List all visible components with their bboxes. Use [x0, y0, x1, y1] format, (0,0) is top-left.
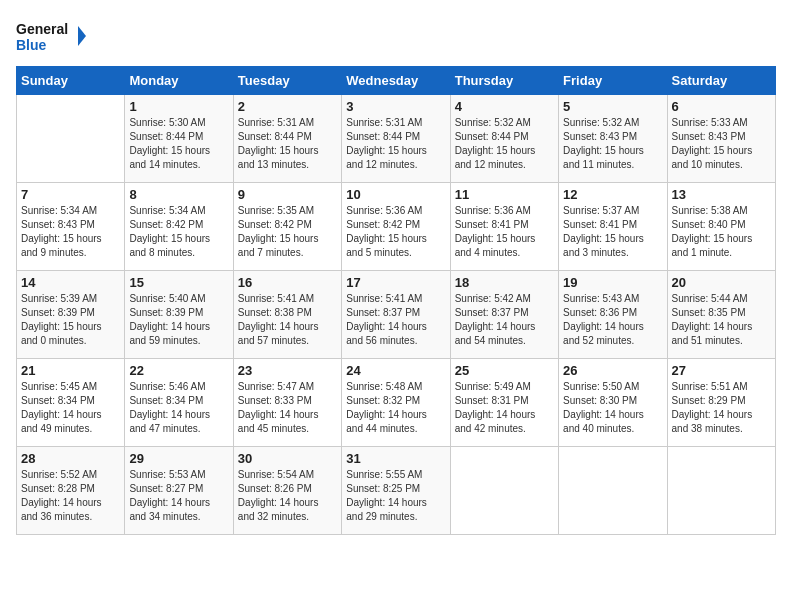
day-number: 2 [238, 99, 337, 114]
day-number: 4 [455, 99, 554, 114]
page-header: General Blue [16, 16, 776, 56]
day-number: 22 [129, 363, 228, 378]
calendar-cell: 7Sunrise: 5:34 AMSunset: 8:43 PMDaylight… [17, 183, 125, 271]
day-header-thursday: Thursday [450, 67, 558, 95]
calendar-cell [667, 447, 775, 535]
day-number: 8 [129, 187, 228, 202]
calendar-cell [450, 447, 558, 535]
calendar-cell: 29Sunrise: 5:53 AMSunset: 8:27 PMDayligh… [125, 447, 233, 535]
day-info: Sunrise: 5:45 AMSunset: 8:34 PMDaylight:… [21, 380, 120, 436]
calendar-cell: 23Sunrise: 5:47 AMSunset: 8:33 PMDayligh… [233, 359, 341, 447]
day-number: 1 [129, 99, 228, 114]
day-number: 24 [346, 363, 445, 378]
day-info: Sunrise: 5:47 AMSunset: 8:33 PMDaylight:… [238, 380, 337, 436]
calendar-week-row: 7Sunrise: 5:34 AMSunset: 8:43 PMDaylight… [17, 183, 776, 271]
day-header-tuesday: Tuesday [233, 67, 341, 95]
day-info: Sunrise: 5:41 AMSunset: 8:38 PMDaylight:… [238, 292, 337, 348]
day-number: 7 [21, 187, 120, 202]
day-number: 12 [563, 187, 662, 202]
svg-text:General: General [16, 21, 68, 37]
day-number: 28 [21, 451, 120, 466]
day-info: Sunrise: 5:49 AMSunset: 8:31 PMDaylight:… [455, 380, 554, 436]
calendar-cell: 10Sunrise: 5:36 AMSunset: 8:42 PMDayligh… [342, 183, 450, 271]
calendar-header-row: SundayMondayTuesdayWednesdayThursdayFrid… [17, 67, 776, 95]
day-number: 25 [455, 363, 554, 378]
calendar-week-row: 1Sunrise: 5:30 AMSunset: 8:44 PMDaylight… [17, 95, 776, 183]
calendar-cell: 25Sunrise: 5:49 AMSunset: 8:31 PMDayligh… [450, 359, 558, 447]
day-header-wednesday: Wednesday [342, 67, 450, 95]
day-info: Sunrise: 5:38 AMSunset: 8:40 PMDaylight:… [672, 204, 771, 260]
day-info: Sunrise: 5:41 AMSunset: 8:37 PMDaylight:… [346, 292, 445, 348]
calendar-cell: 17Sunrise: 5:41 AMSunset: 8:37 PMDayligh… [342, 271, 450, 359]
day-info: Sunrise: 5:36 AMSunset: 8:41 PMDaylight:… [455, 204, 554, 260]
calendar-cell: 14Sunrise: 5:39 AMSunset: 8:39 PMDayligh… [17, 271, 125, 359]
calendar-cell: 28Sunrise: 5:52 AMSunset: 8:28 PMDayligh… [17, 447, 125, 535]
calendar-week-row: 21Sunrise: 5:45 AMSunset: 8:34 PMDayligh… [17, 359, 776, 447]
calendar-cell: 9Sunrise: 5:35 AMSunset: 8:42 PMDaylight… [233, 183, 341, 271]
day-info: Sunrise: 5:37 AMSunset: 8:41 PMDaylight:… [563, 204, 662, 260]
day-info: Sunrise: 5:39 AMSunset: 8:39 PMDaylight:… [21, 292, 120, 348]
svg-text:Blue: Blue [16, 37, 47, 53]
day-number: 20 [672, 275, 771, 290]
calendar-cell: 27Sunrise: 5:51 AMSunset: 8:29 PMDayligh… [667, 359, 775, 447]
day-info: Sunrise: 5:34 AMSunset: 8:43 PMDaylight:… [21, 204, 120, 260]
day-number: 9 [238, 187, 337, 202]
day-info: Sunrise: 5:31 AMSunset: 8:44 PMDaylight:… [346, 116, 445, 172]
day-info: Sunrise: 5:44 AMSunset: 8:35 PMDaylight:… [672, 292, 771, 348]
day-number: 23 [238, 363, 337, 378]
calendar-cell: 19Sunrise: 5:43 AMSunset: 8:36 PMDayligh… [559, 271, 667, 359]
day-number: 11 [455, 187, 554, 202]
calendar-cell: 6Sunrise: 5:33 AMSunset: 8:43 PMDaylight… [667, 95, 775, 183]
calendar-cell [17, 95, 125, 183]
day-header-friday: Friday [559, 67, 667, 95]
day-info: Sunrise: 5:43 AMSunset: 8:36 PMDaylight:… [563, 292, 662, 348]
day-info: Sunrise: 5:46 AMSunset: 8:34 PMDaylight:… [129, 380, 228, 436]
day-number: 14 [21, 275, 120, 290]
calendar-cell: 21Sunrise: 5:45 AMSunset: 8:34 PMDayligh… [17, 359, 125, 447]
calendar-cell: 2Sunrise: 5:31 AMSunset: 8:44 PMDaylight… [233, 95, 341, 183]
calendar-cell: 22Sunrise: 5:46 AMSunset: 8:34 PMDayligh… [125, 359, 233, 447]
day-info: Sunrise: 5:35 AMSunset: 8:42 PMDaylight:… [238, 204, 337, 260]
day-info: Sunrise: 5:42 AMSunset: 8:37 PMDaylight:… [455, 292, 554, 348]
calendar-cell: 3Sunrise: 5:31 AMSunset: 8:44 PMDaylight… [342, 95, 450, 183]
calendar-cell: 18Sunrise: 5:42 AMSunset: 8:37 PMDayligh… [450, 271, 558, 359]
calendar-cell: 11Sunrise: 5:36 AMSunset: 8:41 PMDayligh… [450, 183, 558, 271]
day-info: Sunrise: 5:31 AMSunset: 8:44 PMDaylight:… [238, 116, 337, 172]
day-number: 17 [346, 275, 445, 290]
day-info: Sunrise: 5:30 AMSunset: 8:44 PMDaylight:… [129, 116, 228, 172]
calendar-cell: 8Sunrise: 5:34 AMSunset: 8:42 PMDaylight… [125, 183, 233, 271]
day-number: 15 [129, 275, 228, 290]
calendar-cell: 1Sunrise: 5:30 AMSunset: 8:44 PMDaylight… [125, 95, 233, 183]
day-info: Sunrise: 5:50 AMSunset: 8:30 PMDaylight:… [563, 380, 662, 436]
day-info: Sunrise: 5:55 AMSunset: 8:25 PMDaylight:… [346, 468, 445, 524]
day-number: 5 [563, 99, 662, 114]
calendar-cell: 15Sunrise: 5:40 AMSunset: 8:39 PMDayligh… [125, 271, 233, 359]
day-number: 26 [563, 363, 662, 378]
day-info: Sunrise: 5:32 AMSunset: 8:44 PMDaylight:… [455, 116, 554, 172]
calendar-cell [559, 447, 667, 535]
day-number: 16 [238, 275, 337, 290]
svg-marker-2 [78, 26, 86, 46]
day-number: 6 [672, 99, 771, 114]
day-info: Sunrise: 5:34 AMSunset: 8:42 PMDaylight:… [129, 204, 228, 260]
day-info: Sunrise: 5:54 AMSunset: 8:26 PMDaylight:… [238, 468, 337, 524]
calendar-cell: 4Sunrise: 5:32 AMSunset: 8:44 PMDaylight… [450, 95, 558, 183]
calendar-cell: 30Sunrise: 5:54 AMSunset: 8:26 PMDayligh… [233, 447, 341, 535]
logo: General Blue [16, 16, 86, 56]
day-number: 3 [346, 99, 445, 114]
calendar-cell: 13Sunrise: 5:38 AMSunset: 8:40 PMDayligh… [667, 183, 775, 271]
calendar-table: SundayMondayTuesdayWednesdayThursdayFrid… [16, 66, 776, 535]
calendar-cell: 16Sunrise: 5:41 AMSunset: 8:38 PMDayligh… [233, 271, 341, 359]
day-number: 30 [238, 451, 337, 466]
day-header-monday: Monday [125, 67, 233, 95]
day-number: 19 [563, 275, 662, 290]
day-info: Sunrise: 5:51 AMSunset: 8:29 PMDaylight:… [672, 380, 771, 436]
calendar-cell: 12Sunrise: 5:37 AMSunset: 8:41 PMDayligh… [559, 183, 667, 271]
day-number: 29 [129, 451, 228, 466]
day-info: Sunrise: 5:40 AMSunset: 8:39 PMDaylight:… [129, 292, 228, 348]
calendar-week-row: 28Sunrise: 5:52 AMSunset: 8:28 PMDayligh… [17, 447, 776, 535]
calendar-cell: 31Sunrise: 5:55 AMSunset: 8:25 PMDayligh… [342, 447, 450, 535]
day-header-sunday: Sunday [17, 67, 125, 95]
day-info: Sunrise: 5:52 AMSunset: 8:28 PMDaylight:… [21, 468, 120, 524]
day-info: Sunrise: 5:33 AMSunset: 8:43 PMDaylight:… [672, 116, 771, 172]
